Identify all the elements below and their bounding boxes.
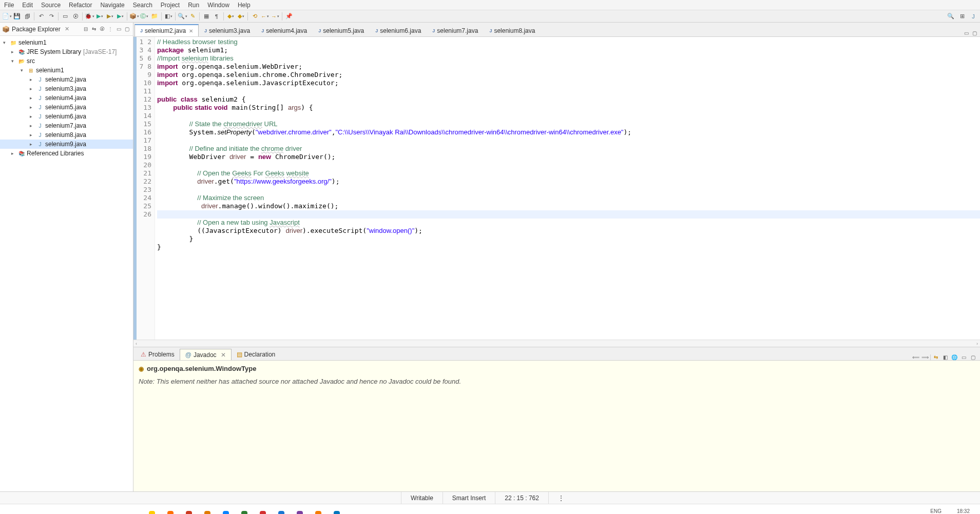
chevron-right-icon[interactable]: ▸	[30, 123, 36, 128]
minimize-icon[interactable]: ▭	[114, 25, 123, 33]
tree-src[interactable]: ▾ 📂 src	[0, 56, 133, 66]
tree-file[interactable]: ▸Jselenium7.java	[0, 121, 133, 130]
save-all-icon[interactable]: 🗐	[23, 12, 32, 21]
taskbar-icon[interactable]	[167, 511, 174, 514]
minimize-icon[interactable]: ▭	[959, 354, 968, 360]
menu-refactor[interactable]: Refactor	[69, 2, 92, 9]
taskbar-icon[interactable]	[297, 511, 303, 514]
search-text-icon[interactable]: 🔍	[178, 12, 187, 21]
tree-file[interactable]: ▸Jselenium6.java	[0, 112, 133, 121]
menu-navigate[interactable]: Navigate	[100, 2, 124, 9]
taskbar-icon[interactable]	[186, 511, 192, 514]
focus-icon[interactable]: ⦿	[98, 25, 106, 33]
nav-back-icon[interactable]: ⟸	[912, 354, 920, 360]
taskbar-icon[interactable]	[241, 511, 247, 514]
chevron-right-icon[interactable]: ▸	[11, 49, 17, 54]
close-icon[interactable]: ✕	[189, 28, 193, 34]
menu-file[interactable]: File	[4, 2, 14, 9]
tree-file-selected[interactable]: ▸Jselenium9.java	[0, 140, 133, 149]
back-edit-icon[interactable]: ⟲	[250, 12, 259, 21]
coverage-icon[interactable]: ▶	[105, 12, 114, 21]
editor-tab[interactable]: Jselenium8.java	[484, 24, 541, 36]
new-package-icon[interactable]: 📦	[129, 12, 139, 21]
chevron-right-icon[interactable]: ▸	[30, 132, 36, 137]
toggle-block-icon[interactable]: ▦	[202, 12, 211, 21]
tree-file[interactable]: ▸Jselenium3.java	[0, 84, 133, 93]
view-menu-icon[interactable]: ⋮	[106, 25, 114, 33]
annotation-next-icon[interactable]: ◆	[236, 12, 245, 21]
link-selection-icon[interactable]: ⇆	[932, 354, 940, 360]
menu-edit[interactable]: Edit	[22, 2, 33, 9]
chevron-down-icon[interactable]: ▾	[3, 40, 9, 45]
menu-run[interactable]: Run	[188, 2, 199, 9]
open-input-icon[interactable]: ◧	[941, 354, 949, 360]
menu-source[interactable]: Source	[41, 2, 61, 9]
terminal-icon[interactable]: ▭	[61, 12, 70, 21]
taskbar-icon[interactable]	[260, 511, 266, 514]
editor-tab[interactable]: Jselenium5.java	[313, 24, 370, 36]
pin-editor-icon[interactable]: 📌	[284, 12, 294, 21]
code-content[interactable]: // Headless browser testing package sele…	[155, 37, 980, 340]
run-last-icon[interactable]: ▶	[116, 12, 125, 21]
tree-file[interactable]: ▸Jselenium5.java	[0, 103, 133, 112]
chevron-right-icon[interactable]: ▸	[30, 114, 36, 119]
editor-tab-active[interactable]: Jselenium2.java✕	[134, 24, 199, 36]
menu-window[interactable]: Window	[207, 2, 229, 9]
code-editor[interactable]: 1 2 3 4 5 6 7 8 9 10 11 12 13 14 15 16 1…	[133, 37, 980, 340]
chevron-right-icon[interactable]: ▸	[30, 142, 36, 147]
chevron-right-icon[interactable]: ▸	[30, 86, 36, 91]
toggle-mark-icon[interactable]: ✎	[188, 12, 197, 21]
taskbar-icon[interactable]	[315, 511, 321, 514]
chevron-down-icon[interactable]: ▾	[11, 58, 17, 64]
skip-breakpoints-icon[interactable]: ⦿	[71, 12, 80, 21]
run-icon[interactable]: ▶	[95, 12, 104, 21]
editor-tab[interactable]: Jselenium3.java	[199, 24, 256, 36]
language-indicator[interactable]: ENG	[930, 508, 941, 514]
menu-help[interactable]: Help	[238, 2, 251, 9]
tab-javadoc[interactable]: @Javadoc✕	[180, 349, 232, 360]
tree-reflib[interactable]: ▸ 📚 Referenced Libraries	[0, 149, 133, 158]
chevron-right-icon[interactable]: ▸	[30, 105, 36, 110]
new-folder-icon[interactable]: 📁	[150, 12, 159, 21]
taskbar-icon[interactable]	[334, 511, 340, 514]
tree-package[interactable]: ▾ ⊞ selenium1	[0, 66, 133, 75]
tree-jre[interactable]: ▸ 📚 JRE System Library [JavaSE-17]	[0, 47, 133, 56]
taskbar-icon[interactable]	[278, 511, 284, 514]
minimize-icon[interactable]: ▭	[963, 29, 970, 36]
new-icon[interactable]: 📄	[2, 12, 11, 21]
chevron-right-icon[interactable]: ▸	[30, 77, 36, 82]
maximize-icon[interactable]: ▢	[123, 25, 131, 33]
tab-declaration[interactable]: ▤Declaration	[232, 349, 281, 360]
menu-project[interactable]: Project	[161, 2, 180, 9]
editor-tab[interactable]: Jselenium7.java	[427, 24, 484, 36]
open-browser-icon[interactable]: 🌐	[950, 354, 958, 360]
show-whitespace-icon[interactable]: ¶	[212, 12, 221, 21]
search-icon[interactable]: 🔍	[946, 12, 955, 21]
undo-icon[interactable]: ↶	[36, 12, 46, 21]
save-icon[interactable]: 💾	[12, 12, 22, 21]
tree-file[interactable]: ▸Jselenium4.java	[0, 93, 133, 103]
menu-search[interactable]: Search	[133, 2, 152, 9]
nav-forward-icon[interactable]: ⟹	[921, 354, 929, 360]
maximize-icon[interactable]: ▢	[969, 354, 977, 360]
collapse-all-icon[interactable]: ⊟	[82, 25, 90, 33]
taskbar-icon[interactable]	[204, 511, 210, 514]
tree-file[interactable]: ▸Jselenium2.java	[0, 75, 133, 84]
nav-forward-icon[interactable]: →	[271, 12, 280, 21]
link-editor-icon[interactable]: ⇆	[90, 25, 98, 33]
editor-tab[interactable]: Jselenium4.java	[256, 24, 313, 36]
horizontal-scrollbar[interactable]: ‹ ›	[133, 340, 980, 347]
scroll-right-icon[interactable]: ›	[976, 341, 978, 346]
chevron-right-icon[interactable]: ▸	[30, 95, 36, 101]
new-class-icon[interactable]: Ⓒ	[140, 12, 149, 21]
chevron-down-icon[interactable]: ▾	[21, 68, 27, 73]
nav-back-icon[interactable]: ←	[260, 12, 270, 21]
taskbar-icon[interactable]	[149, 511, 155, 514]
open-type-icon[interactable]: ◧	[164, 12, 173, 21]
editor-tab[interactable]: Jselenium6.java	[370, 24, 427, 36]
annotation-prev-icon[interactable]: ◆	[226, 12, 235, 21]
tab-problems[interactable]: ⚠Problems	[136, 349, 180, 360]
scroll-left-icon[interactable]: ‹	[136, 341, 137, 346]
taskbar-icon[interactable]	[223, 511, 229, 514]
chevron-right-icon[interactable]: ▸	[11, 151, 17, 156]
